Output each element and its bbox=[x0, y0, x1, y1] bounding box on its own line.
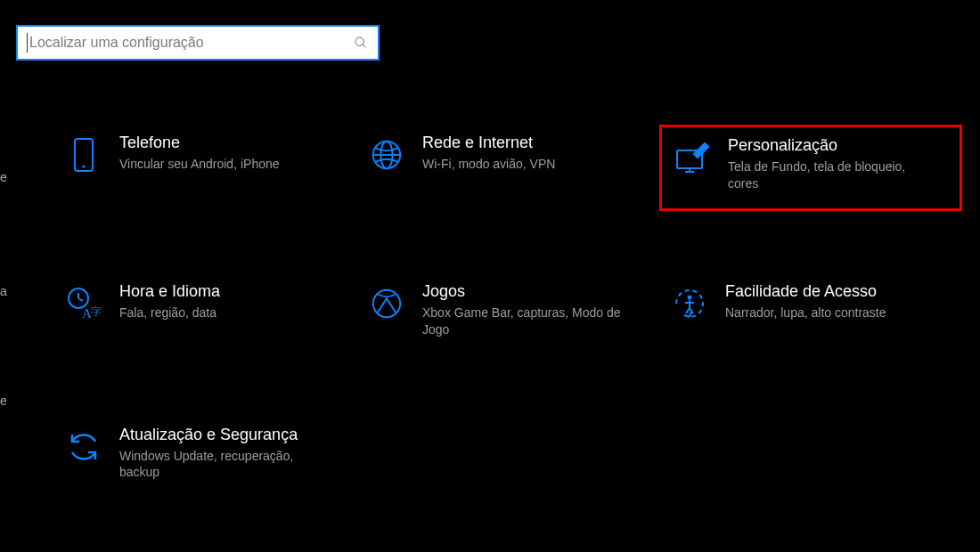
svg-line-12 bbox=[78, 298, 83, 301]
tile-title: Personalização bbox=[728, 136, 933, 155]
tile-desc: Tela de Fundo, tela de bloqueio, cores bbox=[728, 158, 933, 192]
tile-title: Rede e Internet bbox=[422, 134, 555, 152]
time-language-icon: A 字 bbox=[64, 284, 103, 323]
personalization-icon bbox=[673, 138, 712, 177]
cropped-text: a bbox=[0, 285, 7, 297]
tile-desc: Windows Update, recuperação, backup bbox=[119, 448, 324, 482]
text-cursor bbox=[27, 33, 28, 53]
tile-update-security[interactable]: Atualização e Segurança Windows Update, … bbox=[53, 417, 356, 498]
tile-gaming[interactable]: Jogos Xbox Game Bar, capturas, Modo de J… bbox=[356, 273, 659, 354]
globe-icon bbox=[367, 135, 406, 175]
search-icon bbox=[353, 35, 369, 51]
svg-line-1 bbox=[363, 45, 365, 47]
search-box[interactable] bbox=[16, 25, 380, 61]
svg-point-16 bbox=[688, 295, 692, 299]
tile-title: Jogos bbox=[422, 282, 627, 301]
svg-point-0 bbox=[355, 37, 363, 45]
tile-desc: Fala, região, data bbox=[119, 304, 220, 321]
svg-point-3 bbox=[82, 165, 85, 167]
tile-phone[interactable]: Telefone Vincular seu Android, iPhone bbox=[53, 125, 356, 211]
tile-title: Facilidade de Acesso bbox=[725, 282, 886, 301]
tile-time-language[interactable]: A 字 Hora e Idioma Fala, região, data bbox=[53, 273, 356, 354]
cropped-text: e bbox=[0, 171, 7, 183]
tile-title: Telefone bbox=[119, 134, 280, 152]
tile-ease-of-access[interactable]: Facilidade de Acesso Narrador, lupa, alt… bbox=[659, 273, 962, 354]
xbox-icon bbox=[367, 284, 406, 323]
search-input[interactable] bbox=[29, 35, 353, 51]
phone-icon bbox=[64, 135, 103, 175]
tile-desc: Narrador, lupa, alto contraste bbox=[725, 304, 886, 321]
tile-personalization[interactable]: Personalização Tela de Fundo, tela de bl… bbox=[659, 125, 962, 211]
cropped-text: e bbox=[0, 394, 7, 407]
svg-point-15 bbox=[373, 290, 400, 317]
svg-text:字: 字 bbox=[91, 305, 102, 318]
ease-of-access-icon bbox=[670, 284, 709, 323]
settings-grid: Telefone Vincular seu Android, iPhone Re… bbox=[53, 125, 962, 497]
tile-desc: Wi-Fi, modo avião, VPN bbox=[422, 156, 555, 173]
update-icon bbox=[64, 427, 103, 467]
tile-network[interactable]: Rede e Internet Wi-Fi, modo avião, VPN bbox=[356, 125, 659, 211]
tile-title: Hora e Idioma bbox=[119, 282, 220, 301]
tile-desc: Vincular seu Android, iPhone bbox=[119, 156, 280, 173]
tile-desc: Xbox Game Bar, capturas, Modo de Jogo bbox=[422, 304, 627, 338]
tile-title: Atualização e Segurança bbox=[119, 426, 324, 444]
